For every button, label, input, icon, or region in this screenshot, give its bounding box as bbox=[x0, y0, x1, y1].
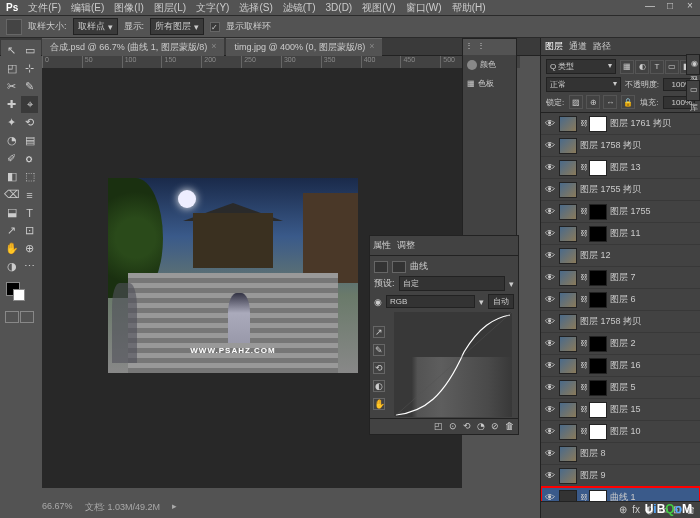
layer-thumb[interactable] bbox=[589, 490, 607, 502]
layer-thumb[interactable] bbox=[559, 204, 577, 220]
close-icon[interactable]: × bbox=[369, 41, 374, 54]
layer-row[interactable]: 👁图层 8 bbox=[541, 443, 700, 465]
menu-file[interactable]: 文件(F) bbox=[28, 1, 61, 15]
window-minimize[interactable]: — bbox=[644, 0, 656, 11]
layer-thumb[interactable] bbox=[559, 314, 577, 330]
view-icon[interactable]: ⊙ bbox=[449, 421, 457, 432]
tab-paths[interactable]: 路径 bbox=[593, 40, 611, 53]
status-arrow-icon[interactable]: ▸ bbox=[172, 501, 177, 514]
layer-name[interactable]: 图层 1758 拷贝 bbox=[580, 139, 697, 152]
crop-tool[interactable]: ◰ bbox=[3, 60, 20, 77]
rect-tool[interactable]: ⊡ bbox=[21, 222, 38, 239]
layer-row[interactable]: 👁⛓图层 13 bbox=[541, 157, 700, 179]
layer-name[interactable]: 图层 15 bbox=[610, 403, 697, 416]
layer-row[interactable]: 👁⛓图层 11 bbox=[541, 223, 700, 245]
menu-select[interactable]: 选择(S) bbox=[239, 1, 272, 15]
layer-thumb[interactable] bbox=[589, 116, 607, 132]
edge-tab-learn[interactable]: ◉ 学习 bbox=[686, 54, 700, 75]
channel-dropdown[interactable]: RGB bbox=[386, 295, 475, 308]
menu-view[interactable]: 视图(V) bbox=[362, 1, 395, 15]
layer-name[interactable]: 图层 10 bbox=[610, 425, 697, 438]
layer-thumb[interactable] bbox=[559, 446, 577, 462]
menu-type[interactable]: 文字(Y) bbox=[196, 1, 229, 15]
visibility-icon[interactable]: 👁 bbox=[544, 294, 556, 305]
layer-name[interactable]: 图层 2 bbox=[610, 337, 697, 350]
layer-name[interactable]: 图层 16 bbox=[610, 359, 697, 372]
layer-thumb[interactable] bbox=[559, 380, 577, 396]
layer-thumb[interactable] bbox=[559, 490, 577, 502]
layer-row[interactable]: 👁⛓图层 1761 拷贝 bbox=[541, 113, 700, 135]
layer-row[interactable]: 👁图层 1755 拷贝 bbox=[541, 179, 700, 201]
eye-icon[interactable]: ◔ bbox=[477, 421, 485, 432]
layer-thumb[interactable] bbox=[559, 358, 577, 374]
channel-icon[interactable]: ◉ bbox=[374, 297, 382, 307]
tab-adjustments[interactable]: 调整 bbox=[397, 239, 415, 252]
visibility-icon[interactable]: 👁 bbox=[544, 228, 556, 239]
visibility-icon[interactable]: 👁 bbox=[544, 118, 556, 129]
marquee-tool[interactable]: ▭ bbox=[21, 42, 38, 59]
menu-filter[interactable]: 滤镜(T) bbox=[283, 1, 316, 15]
layer-name[interactable]: 图层 5 bbox=[610, 381, 697, 394]
layer-row[interactable]: 👁⛓图层 1755 bbox=[541, 201, 700, 223]
visibility-icon[interactable]: 👁 bbox=[544, 250, 556, 261]
layer-row[interactable]: 👁图层 9 bbox=[541, 465, 700, 487]
layer-row[interactable]: 👁图层 1758 拷贝 bbox=[541, 311, 700, 333]
curve-hand-tool[interactable]: ✋ bbox=[373, 398, 385, 410]
show-combo[interactable]: 所有图层▾ bbox=[150, 18, 204, 35]
eyedropper-tool[interactable]: ✎ bbox=[21, 78, 38, 95]
layer-thumb[interactable] bbox=[559, 116, 577, 132]
more-tool[interactable]: ⋯ bbox=[21, 258, 38, 275]
eraser-tool[interactable]: ◧ bbox=[3, 168, 20, 185]
lock-move-icon[interactable]: ↔ bbox=[603, 95, 617, 109]
layer-row[interactable]: 👁⛓图层 10 bbox=[541, 421, 700, 443]
show-ring-checkbox[interactable] bbox=[210, 22, 220, 32]
tool-preset-icon[interactable] bbox=[6, 19, 22, 35]
layer-row[interactable]: 👁⛓图层 2 bbox=[541, 333, 700, 355]
type-tool[interactable]: T bbox=[21, 204, 38, 221]
extra-tool[interactable]: ◑ bbox=[3, 258, 20, 275]
color-icon[interactable] bbox=[467, 60, 477, 70]
blend-mode-dropdown[interactable]: 正常▾ bbox=[546, 77, 621, 92]
zoom-tool[interactable]: ⊕ bbox=[21, 240, 38, 257]
heal-tool[interactable]: ✚ bbox=[3, 96, 20, 113]
layer-thumb[interactable] bbox=[589, 336, 607, 352]
layer-thumb[interactable] bbox=[589, 292, 607, 308]
layer-name[interactable]: 图层 9 bbox=[580, 469, 697, 482]
layer-thumb[interactable] bbox=[559, 182, 577, 198]
menu-layer[interactable]: 图层(L) bbox=[154, 1, 186, 15]
tab-document-1[interactable]: 合成.psd @ 66.7% (曲线 1, 图层蒙版/8)× bbox=[42, 38, 224, 56]
dodge-tool[interactable]: ⭘ bbox=[21, 150, 38, 167]
visibility-icon[interactable]: 👁 bbox=[544, 338, 556, 349]
window-maximize[interactable]: □ bbox=[664, 0, 676, 11]
layer-filter-icons[interactable]: ▦◐T▭◧ bbox=[620, 60, 695, 74]
direct-tool[interactable]: ≡ bbox=[21, 186, 38, 203]
panel-grip-icon[interactable]: ⋮ bbox=[465, 41, 473, 53]
layer-thumb[interactable] bbox=[589, 204, 607, 220]
layer-name[interactable]: 图层 8 bbox=[580, 447, 697, 460]
layer-row[interactable]: 👁⛓图层 7 bbox=[541, 267, 700, 289]
layer-name[interactable]: 图层 6 bbox=[610, 293, 697, 306]
layer-name[interactable]: 图层 1758 拷贝 bbox=[580, 315, 697, 328]
clip-icon[interactable]: ◰ bbox=[434, 421, 443, 432]
lasso-tool[interactable]: ✂ bbox=[3, 78, 20, 95]
fx-icon[interactable]: fx bbox=[632, 504, 640, 517]
tab-document-2[interactable]: timg.jpg @ 400% (0, 图层蒙版/8)× bbox=[226, 38, 382, 56]
screenmode-icon[interactable] bbox=[20, 311, 34, 323]
layer-name[interactable]: 曲线 1 bbox=[610, 491, 697, 501]
lock-all-icon[interactable]: 🔒 bbox=[621, 95, 635, 109]
layer-thumb[interactable] bbox=[559, 292, 577, 308]
layer-thumb[interactable] bbox=[559, 138, 577, 154]
layer-row[interactable]: 👁⛓图层 15 bbox=[541, 399, 700, 421]
layer-name[interactable]: 图层 12 bbox=[580, 249, 697, 262]
gradient-tool[interactable]: ▤ bbox=[21, 132, 38, 149]
menu-help[interactable]: 帮助(H) bbox=[452, 1, 486, 15]
layer-thumb[interactable] bbox=[559, 336, 577, 352]
brush-tool[interactable]: ⌖ bbox=[21, 96, 38, 113]
background-color[interactable] bbox=[13, 289, 25, 301]
layer-filter-dropdown[interactable]: Q 类型▾ bbox=[546, 59, 616, 74]
layer-name[interactable]: 图层 1755 bbox=[610, 205, 697, 218]
curve-smooth-tool[interactable]: ⟲ bbox=[373, 362, 385, 374]
swatches-icon[interactable]: ▦ bbox=[467, 79, 475, 88]
layer-row[interactable]: 👁⛓图层 16 bbox=[541, 355, 700, 377]
sample-size-combo[interactable]: 取样点▾ bbox=[73, 18, 118, 35]
